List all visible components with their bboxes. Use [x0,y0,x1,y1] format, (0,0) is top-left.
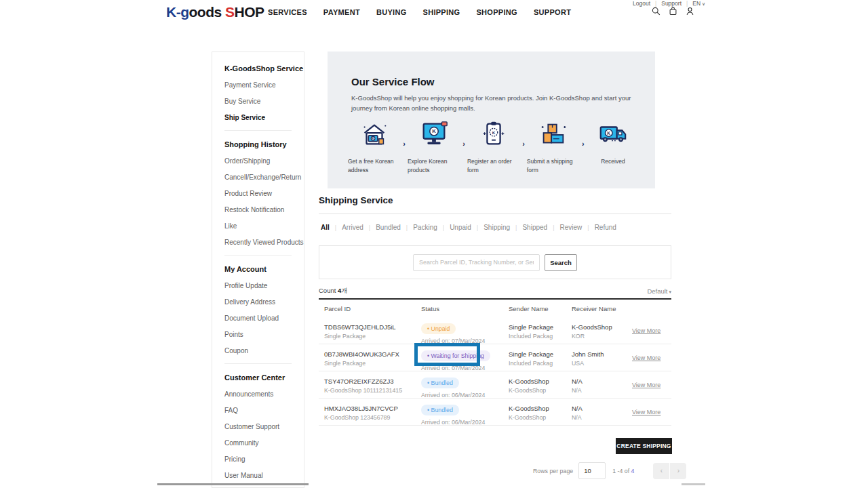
receiver-cell: N/A N/A [572,405,583,421]
chevron-right-icon: › [520,140,527,148]
main-nav: SERVICES PAYMENT BUYING SHIPPING SHOPPIN… [268,8,571,16]
sidebar-item-ship-service[interactable]: Ship Service [224,114,304,122]
flow-step-label: Received [587,157,639,166]
flow-step-korean-address: K Get a free Korean address [348,121,401,175]
status-badge: • Unpaid [421,323,456,334]
sidebar-item-profile-update[interactable]: Profile Update [224,282,304,290]
flow-step-label: Get a free Korean address [348,157,401,175]
view-more-link[interactable]: View More [632,354,660,361]
sidebar-item-coupon[interactable]: Coupon [224,347,304,355]
status-badge: • Bundled [421,405,459,415]
next-page-button[interactable]: › [670,463,686,479]
nav-shipping[interactable]: SHIPPING [423,8,460,16]
parcel-table: Parcel ID Status Sender Name Receiver Na… [319,298,671,426]
sidebar-item-user-manual[interactable]: User Manual [224,472,304,480]
receiver-cell: John Smith USA [572,350,604,367]
column-header-status: Status [421,305,439,312]
service-flow-banner: Our Service Flow K-GoodsShop will help y… [328,52,655,188]
rows-per-page-input[interactable] [578,462,606,479]
nav-payment[interactable]: PAYMENT [323,8,360,16]
view-more-link[interactable]: View More [632,327,660,334]
sidebar-section-kgoodsshop-service: K-GoodsShop Service [224,64,304,73]
tab-review[interactable]: Review [554,224,587,231]
search-icon[interactable] [651,6,661,16]
sidebar-item-like[interactable]: Like [224,222,304,230]
sidebar-item-pricing[interactable]: Pricing [224,455,304,464]
search-button[interactable]: Search [545,254,577,271]
page: K-goods SHOP SERVICES PAYMENT BUYING SHI… [0,0,868,488]
nav-buying[interactable]: BUYING [376,8,407,16]
parcel-id-cell: TDBS6WT3QJEHLDJ5iL Single Package [324,323,396,340]
chevron-down-icon: ∨ [702,1,705,6]
tab-unpaid[interactable]: Unpaid [444,224,477,231]
sidebar-item-faq[interactable]: FAQ [224,407,304,415]
tab-bundled[interactable]: Bundled [370,224,406,231]
search-input[interactable] [413,254,540,271]
tab-all[interactable]: All [319,224,335,231]
logo-text: K-g [166,4,189,20]
sidebar-item-product-review[interactable]: Product Review [224,190,304,198]
table-row: 0B7J8WBI4OWUK3GAFX Single Package • Wait… [319,344,671,371]
sidebar-item-recently-viewed[interactable]: Recently Viewed Products [224,239,304,247]
sidebar-item-document-upload[interactable]: Document Upload [224,314,304,323]
search-panel: Search [319,245,671,279]
status-cell: • Bundled Arrived on: 06/Mar/2024 [421,375,485,399]
svg-text:K: K [607,131,610,136]
view-more-link[interactable]: View More [632,382,660,388]
chevron-right-icon: › [580,140,587,148]
flow-step-explore-products: K Explore Korean products [408,121,460,175]
parcel-id-cell: 0B7J8WBI4OWUK3GAFX Single Package [324,350,399,367]
sidebar-section-shopping-history: Shopping History [224,140,304,148]
flow-step-register-order: K Register an order form [467,121,520,175]
header-icons [651,6,695,16]
highlight-box-waiting-for-shipping [414,343,480,366]
nav-shopping[interactable]: SHOPPING [476,8,517,16]
sidebar-section-customer-center: Customer Center [224,373,304,382]
sender-cell: Single Package Included Packag [509,323,553,340]
logo[interactable]: K-goods SHOP [166,4,264,20]
count-row: Count 4개 Default▾ [319,287,671,296]
nav-support[interactable]: SUPPORT [534,8,571,16]
page-range: 1 -4 of 4 [612,468,634,474]
sidebar-item-buy-service[interactable]: Buy Service [224,98,304,106]
service-flow-steps: K Get a free Korean address › K [348,121,639,175]
sidebar-item-customer-support[interactable]: Customer Support [224,423,304,431]
receiver-cell: K-GoodsShop KOR [572,323,612,340]
divider [224,130,292,131]
tab-refund[interactable]: Refund [589,224,622,231]
result-count: Count 4개 [319,287,348,296]
sender-cell: K-GoodsShop K-GoodsShop [509,378,549,394]
arrived-date: Arrived on: 06/Mar/2024 [421,392,485,399]
chevron-right-icon: › [460,140,467,148]
tab-arrived[interactable]: Arrived [336,224,369,231]
sidebar-section-my-account: My Account [224,265,304,273]
sidebar-item-order-shipping[interactable]: Order/Shipping [224,157,304,165]
korean-products-monitor-icon: K [418,119,450,153]
table-row: TDBS6WT3QJEHLDJ5iL Single Package • Unpa… [319,317,671,344]
nav-services[interactable]: SERVICES [268,8,307,16]
flow-step-received: K Received [587,121,639,166]
sidebar-item-delivery-address[interactable]: Delivery Address [224,298,304,306]
footer-divider-left [157,483,309,485]
sidebar-item-payment-service[interactable]: Payment Service [224,81,304,89]
parcel-id-cell: TSY47OR2EIXFZZ6ZJ3 K-GoodsShop 101112131… [324,378,402,394]
tab-shipping[interactable]: Shipping [478,224,515,231]
bag-icon[interactable] [668,6,678,16]
previous-page-button[interactable]: ‹ [653,463,669,479]
table-header-row: Parcel ID Status Sender Name Receiver Na… [319,300,671,317]
sidebar-item-community[interactable]: Community [224,439,304,447]
create-shipping-button[interactable]: CREATE SHIPPING [616,438,672,454]
divider [224,363,292,364]
tab-shipped[interactable]: Shipped [517,224,553,231]
rows-per-page-label: Rows per page [533,468,573,474]
sort-dropdown[interactable]: Default▾ [647,287,671,295]
view-more-link[interactable]: View More [632,409,660,415]
sidebar-item-points[interactable]: Points [224,331,304,339]
sidebar-item-restock-notification[interactable]: Restock Notification [224,206,304,214]
sidebar-item-cancel-exchange-return[interactable]: Cancell/Exchange/Return [224,174,304,182]
sidebar-item-announcements[interactable]: Announcements [224,390,304,399]
banner-description: K-GoodsShop will help you enjoy shopping… [351,94,636,113]
flow-step-submit-shipping: Submit a shipping form [527,121,580,175]
tab-packing[interactable]: Packing [408,224,443,231]
person-icon[interactable] [685,6,695,16]
